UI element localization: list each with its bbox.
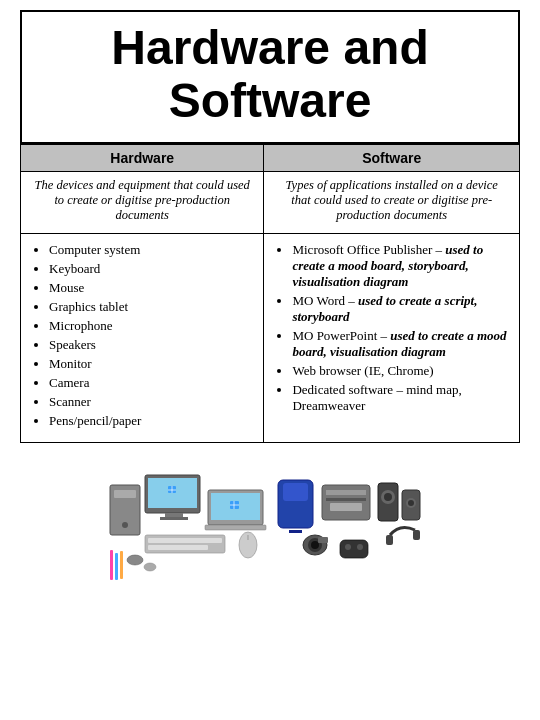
svg-rect-45 [120,551,123,579]
svg-rect-44 [115,553,118,580]
svg-rect-38 [340,540,368,558]
list-item: Speakers [49,337,253,353]
svg-rect-8 [165,513,183,517]
svg-rect-1 [114,490,136,498]
svg-point-39 [345,544,351,550]
list-item: Mouse [49,280,253,296]
list-item: Web browser (IE, Chrome) [292,363,509,379]
equipment-illustration [20,455,520,595]
software-header: Software [264,144,520,171]
svg-rect-42 [413,530,420,540]
svg-rect-20 [326,490,366,495]
svg-point-47 [144,563,156,571]
svg-rect-17 [283,483,308,501]
software-list-cell: Microsoft Office Publisher – used to cre… [264,233,520,442]
svg-rect-15 [205,525,266,530]
svg-rect-29 [145,535,225,553]
svg-point-25 [384,493,392,501]
svg-rect-30 [148,538,222,543]
svg-rect-18 [289,530,302,533]
svg-rect-43 [110,550,113,580]
list-item: MO PowerPoint – used to create a mood bo… [292,328,509,360]
list-item: Microphone [49,318,253,334]
list-item: Monitor [49,356,253,372]
svg-rect-21 [326,498,366,501]
svg-point-40 [357,544,363,550]
hardware-description: The devices and equipment that could use… [21,171,264,233]
title-box: Hardware and Software [20,10,520,144]
list-item: Camera [49,375,253,391]
list-item: Dedicated software – mind map, Dreamweav… [292,382,509,414]
hardware-list: Computer system Keyboard Mouse Graphics … [31,242,253,429]
software-description: Types of applications installed on a dev… [264,171,520,233]
description-row: The devices and equipment that could use… [21,171,520,233]
svg-rect-41 [386,535,393,545]
svg-point-36 [311,541,319,549]
list-item: Scanner [49,394,253,410]
software-item-bold: used to create a script, storyboard [292,293,477,324]
svg-rect-9 [160,517,188,520]
page-title: Hardware and Software [32,22,508,128]
list-item: Computer system [49,242,253,258]
content-row: Computer system Keyboard Mouse Graphics … [21,233,520,442]
software-item-bold: used to create a mood board, storyboard,… [292,242,483,289]
list-item: Keyboard [49,261,253,277]
page: Hardware and Software Hardware Software … [0,0,540,720]
svg-point-28 [408,500,414,506]
list-item: Graphics tablet [49,299,253,315]
software-item-bold: used to create a mood board, visualisati… [292,328,506,359]
svg-point-46 [127,555,143,565]
svg-rect-37 [318,537,328,543]
software-list: Microsoft Office Publisher – used to cre… [274,242,509,414]
list-item: Pens/pencil/paper [49,413,253,429]
list-item: MO Word – used to create a script, story… [292,293,509,325]
list-item: Microsoft Office Publisher – used to cre… [292,242,509,290]
hardware-list-cell: Computer system Keyboard Mouse Graphics … [21,233,264,442]
svg-rect-31 [148,545,208,550]
equipment-svg [100,455,440,595]
main-table: Hardware Software The devices and equipm… [20,144,520,443]
svg-point-2 [122,522,128,528]
svg-rect-22 [330,503,362,511]
hardware-header: Hardware [21,144,264,171]
